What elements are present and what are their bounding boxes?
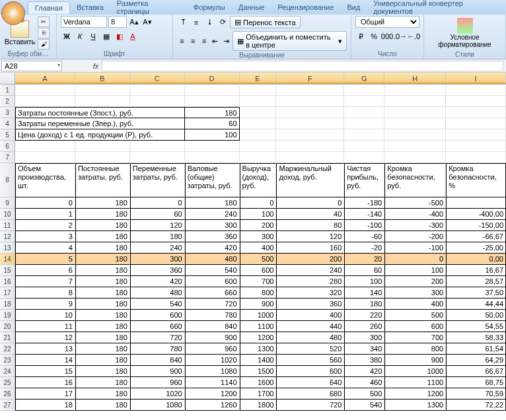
cell[interactable] [75, 141, 130, 152]
row-header[interactable]: 1 [0, 85, 15, 96]
cell[interactable]: 0 [130, 197, 185, 209]
cell[interactable]: 420 [185, 242, 240, 254]
cell[interactable] [446, 141, 506, 152]
cell[interactable] [446, 85, 506, 96]
cell[interactable] [384, 96, 446, 107]
cell[interactable]: 360 [185, 231, 240, 242]
cell[interactable]: -100 [344, 220, 384, 231]
font-color-button[interactable]: A [127, 30, 139, 42]
indent-inc-button[interactable]: ⇥ [221, 35, 231, 47]
cell[interactable]: 10 [15, 310, 75, 321]
row-header[interactable]: 4 [0, 118, 15, 129]
cell[interactable]: 100 [240, 209, 277, 220]
cell[interactable] [276, 152, 344, 163]
cell[interactable] [130, 85, 185, 96]
cell[interactable]: 140 [344, 287, 384, 298]
align-top-button[interactable]: ⤒ [177, 17, 189, 28]
cell[interactable] [384, 141, 446, 152]
cell[interactable] [384, 85, 446, 96]
cell[interactable]: 7 [15, 276, 75, 287]
cell[interactable]: 300 [130, 254, 185, 265]
col-header-I[interactable]: I [446, 73, 506, 84]
cell[interactable]: Затраты постоянные (Зпост.), руб. [15, 107, 185, 118]
cell[interactable] [15, 141, 75, 152]
cell[interactable]: 180 [75, 310, 130, 321]
font-size-select[interactable] [108, 16, 127, 28]
cell[interactable]: 100 [185, 129, 240, 141]
cell[interactable]: 16,67 [446, 265, 506, 276]
cell[interactable]: 180 [75, 197, 130, 209]
cell[interactable]: 16 [15, 377, 75, 388]
cell[interactable] [344, 129, 384, 141]
cell[interactable]: 900 [384, 355, 446, 366]
ribbon-tab-7[interactable]: Универсальный конвертер документов [367, 0, 506, 17]
row-header[interactable]: 27 [0, 400, 15, 411]
row-header[interactable]: 26 [0, 388, 15, 400]
col-header-E[interactable]: E [240, 73, 277, 84]
cell[interactable]: 1300 [384, 400, 446, 411]
cell[interactable]: -400 [384, 209, 446, 220]
align-bottom-button[interactable]: ⤓ [203, 17, 215, 28]
cell[interactable]: 460 [344, 377, 384, 388]
cell[interactable] [446, 152, 506, 163]
cell[interactable] [185, 96, 240, 107]
cell[interactable] [276, 85, 344, 96]
cell[interactable]: 3 [15, 231, 75, 242]
orientation-button[interactable]: ⟳ [217, 17, 229, 28]
col-header-F[interactable]: F [276, 73, 344, 84]
cell[interactable]: 64,29 [446, 355, 506, 366]
cell[interactable]: 600 [276, 366, 344, 377]
cell[interactable]: 18 [15, 400, 75, 411]
cell[interactable]: 1700 [240, 388, 277, 400]
cell[interactable]: 1800 [240, 400, 277, 411]
cell[interactable]: 200 [384, 276, 446, 287]
cell[interactable] [446, 118, 506, 129]
row-header[interactable]: 25 [0, 377, 15, 388]
row-header[interactable]: 15 [0, 265, 15, 276]
cell[interactable]: 15 [15, 366, 75, 377]
cell[interactable] [15, 152, 75, 163]
cell[interactable] [446, 197, 506, 209]
row-header[interactable]: 16 [0, 276, 15, 287]
cell[interactable]: 840 [185, 321, 240, 332]
cell[interactable]: 61,54 [446, 343, 506, 355]
currency-button[interactable]: ₽ [355, 30, 367, 42]
cell[interactable] [75, 85, 130, 96]
cell[interactable]: 14 [15, 355, 75, 366]
cell[interactable]: 180 [75, 332, 130, 343]
cell[interactable]: 1500 [240, 366, 277, 377]
merge-center-button[interactable]: ▦Объединить и поместить в центре▾ [233, 31, 347, 51]
cell[interactable]: 1000 [384, 366, 446, 377]
cell[interactable]: 400 [276, 310, 344, 321]
cell[interactable]: 180 [75, 231, 130, 242]
cell[interactable]: 60 [185, 118, 240, 129]
cell[interactable]: 960 [185, 343, 240, 355]
cell[interactable]: 180 [185, 197, 240, 209]
cell[interactable]: 1080 [185, 366, 240, 377]
cell[interactable]: 220 [344, 310, 384, 321]
row-header[interactable]: 7 [0, 152, 15, 163]
cell[interactable]: 1260 [185, 400, 240, 411]
cell[interactable]: 500 [384, 310, 446, 321]
cell[interactable]: 180 [75, 343, 130, 355]
cell[interactable]: 900 [185, 332, 240, 343]
row-header[interactable]: 10 [0, 209, 15, 220]
cell[interactable]: 660 [130, 321, 185, 332]
cell[interactable]: -60 [344, 231, 384, 242]
ribbon-tab-2[interactable]: Разметка страницы [110, 0, 187, 17]
shrink-font-button[interactable]: A▾ [141, 16, 153, 28]
cell[interactable]: 37,50 [446, 287, 506, 298]
cell[interactable]: 340 [344, 343, 384, 355]
indent-dec-button[interactable]: ⇤ [211, 35, 221, 47]
cell[interactable] [446, 129, 506, 141]
row-header[interactable]: 8 [0, 163, 15, 197]
cell[interactable]: 1080 [130, 400, 185, 411]
cell[interactable] [240, 107, 277, 118]
cell[interactable]: 180 [75, 321, 130, 332]
cell[interactable]: 72,22 [446, 400, 506, 411]
col-header-G[interactable]: G [344, 73, 384, 84]
cell[interactable] [240, 96, 277, 107]
row-header[interactable]: 22 [0, 343, 15, 355]
cell[interactable]: 480 [276, 332, 344, 343]
cell[interactable]: 300 [344, 332, 384, 343]
